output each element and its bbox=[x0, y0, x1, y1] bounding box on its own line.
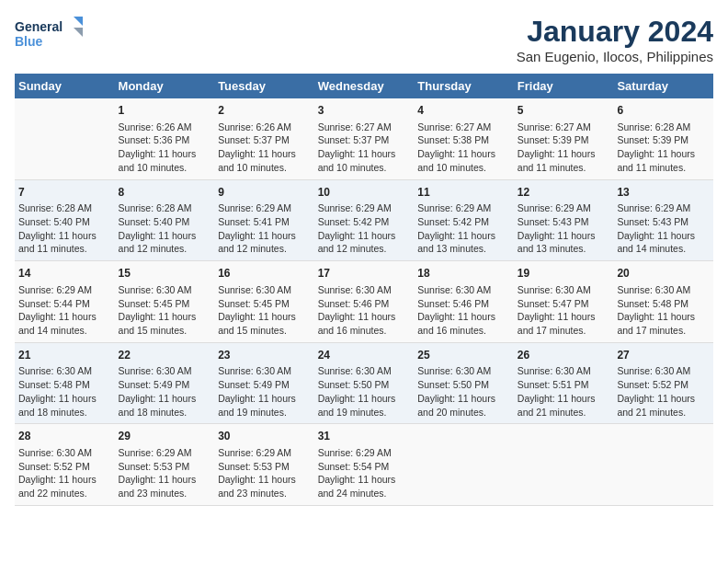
sunrise-info: Sunrise: 6:30 AMSunset: 5:52 PMDaylight:… bbox=[617, 365, 695, 417]
calendar-cell: 6Sunrise: 6:28 AMSunset: 5:39 PMDaylight… bbox=[613, 98, 713, 179]
calendar-cell: 25Sunrise: 6:30 AMSunset: 5:50 PMDayligh… bbox=[414, 342, 514, 424]
sunrise-info: Sunrise: 6:30 AMSunset: 5:52 PMDaylight:… bbox=[18, 447, 97, 499]
day-number: 16 bbox=[218, 266, 311, 282]
sunrise-info: Sunrise: 6:30 AMSunset: 5:48 PMDaylight:… bbox=[617, 284, 695, 336]
day-number: 8 bbox=[119, 185, 211, 201]
title-block: January 2024 San Eugenio, Ilocos, Philip… bbox=[517, 15, 713, 64]
calendar-cell: 14Sunrise: 6:29 AMSunset: 5:44 PMDayligh… bbox=[15, 261, 115, 343]
day-number: 30 bbox=[218, 429, 311, 444]
calendar-cell: 3Sunrise: 6:27 AMSunset: 5:37 PMDaylight… bbox=[314, 98, 415, 179]
calendar-cell: 21Sunrise: 6:30 AMSunset: 5:48 PMDayligh… bbox=[15, 342, 115, 424]
svg-marker-3 bbox=[74, 28, 83, 37]
sunrise-info: Sunrise: 6:30 AMSunset: 5:46 PMDaylight:… bbox=[417, 284, 495, 336]
calendar-cell: 26Sunrise: 6:30 AMSunset: 5:51 PMDayligh… bbox=[514, 342, 614, 424]
day-number: 18 bbox=[417, 266, 510, 282]
sunrise-info: Sunrise: 6:29 AMSunset: 5:53 PMDaylight:… bbox=[119, 447, 197, 499]
day-number: 1 bbox=[119, 103, 211, 119]
sunrise-info: Sunrise: 6:30 AMSunset: 5:50 PMDaylight:… bbox=[318, 365, 396, 417]
sunrise-info: Sunrise: 6:29 AMSunset: 5:42 PMDaylight:… bbox=[417, 202, 495, 254]
calendar-cell bbox=[414, 424, 514, 506]
calendar-cell: 18Sunrise: 6:30 AMSunset: 5:46 PMDayligh… bbox=[414, 261, 514, 343]
day-number: 23 bbox=[218, 348, 311, 363]
day-number: 7 bbox=[18, 185, 111, 201]
day-number: 13 bbox=[617, 185, 710, 201]
calendar-cell: 2Sunrise: 6:26 AMSunset: 5:37 PMDaylight… bbox=[214, 98, 314, 179]
calendar-cell: 11Sunrise: 6:29 AMSunset: 5:42 PMDayligh… bbox=[414, 179, 514, 261]
calendar-cell: 9Sunrise: 6:29 AMSunset: 5:41 PMDaylight… bbox=[214, 179, 314, 261]
calendar-cell: 28Sunrise: 6:30 AMSunset: 5:52 PMDayligh… bbox=[15, 424, 115, 506]
day-number: 11 bbox=[417, 185, 510, 201]
calendar-cell: 16Sunrise: 6:30 AMSunset: 5:45 PMDayligh… bbox=[214, 261, 314, 343]
calendar-cell: 12Sunrise: 6:29 AMSunset: 5:43 PMDayligh… bbox=[514, 179, 614, 261]
weekday-header: Monday bbox=[115, 74, 215, 98]
calendar-cell: 5Sunrise: 6:27 AMSunset: 5:39 PMDaylight… bbox=[514, 98, 614, 179]
sunrise-info: Sunrise: 6:29 AMSunset: 5:42 PMDaylight:… bbox=[318, 202, 396, 254]
weekday-header: Tuesday bbox=[214, 74, 314, 98]
calendar-cell bbox=[514, 424, 614, 506]
day-number: 12 bbox=[518, 185, 610, 201]
weekday-header: Friday bbox=[514, 74, 614, 98]
calendar-week-row: 28Sunrise: 6:30 AMSunset: 5:52 PMDayligh… bbox=[15, 424, 713, 506]
logo-svg: General Blue bbox=[15, 15, 88, 52]
calendar-week-row: 1Sunrise: 6:26 AMSunset: 5:36 PMDaylight… bbox=[15, 98, 713, 179]
sunrise-info: Sunrise: 6:30 AMSunset: 5:45 PMDaylight:… bbox=[119, 284, 197, 336]
day-number: 14 bbox=[18, 266, 111, 282]
calendar-cell: 7Sunrise: 6:28 AMSunset: 5:40 PMDaylight… bbox=[15, 179, 115, 261]
calendar-subtitle: San Eugenio, Ilocos, Philippines bbox=[517, 49, 713, 64]
calendar-cell: 10Sunrise: 6:29 AMSunset: 5:42 PMDayligh… bbox=[314, 179, 415, 261]
svg-marker-2 bbox=[74, 17, 83, 26]
sunrise-info: Sunrise: 6:30 AMSunset: 5:47 PMDaylight:… bbox=[518, 284, 596, 336]
sunrise-info: Sunrise: 6:29 AMSunset: 5:54 PMDaylight:… bbox=[318, 447, 396, 499]
sunrise-info: Sunrise: 6:29 AMSunset: 5:41 PMDaylight:… bbox=[218, 202, 296, 254]
sunrise-info: Sunrise: 6:29 AMSunset: 5:43 PMDaylight:… bbox=[518, 202, 596, 254]
calendar-title: January 2024 bbox=[517, 15, 713, 49]
calendar-cell: 23Sunrise: 6:30 AMSunset: 5:49 PMDayligh… bbox=[214, 342, 314, 424]
sunrise-info: Sunrise: 6:28 AMSunset: 5:40 PMDaylight:… bbox=[18, 202, 97, 254]
calendar-cell: 27Sunrise: 6:30 AMSunset: 5:52 PMDayligh… bbox=[613, 342, 713, 424]
calendar-cell: 24Sunrise: 6:30 AMSunset: 5:50 PMDayligh… bbox=[314, 342, 415, 424]
weekday-header: Saturday bbox=[613, 74, 713, 98]
sunrise-info: Sunrise: 6:27 AMSunset: 5:39 PMDaylight:… bbox=[518, 121, 596, 173]
sunrise-info: Sunrise: 6:30 AMSunset: 5:49 PMDaylight:… bbox=[218, 365, 296, 417]
calendar-cell: 13Sunrise: 6:29 AMSunset: 5:43 PMDayligh… bbox=[613, 179, 713, 261]
day-number: 29 bbox=[119, 429, 211, 444]
sunrise-info: Sunrise: 6:29 AMSunset: 5:44 PMDaylight:… bbox=[18, 284, 97, 336]
sunrise-info: Sunrise: 6:26 AMSunset: 5:37 PMDaylight:… bbox=[218, 121, 296, 173]
sunrise-info: Sunrise: 6:30 AMSunset: 5:45 PMDaylight:… bbox=[218, 284, 296, 336]
svg-text:General: General bbox=[15, 19, 63, 34]
calendar-cell: 17Sunrise: 6:30 AMSunset: 5:46 PMDayligh… bbox=[314, 261, 415, 343]
calendar-cell: 29Sunrise: 6:29 AMSunset: 5:53 PMDayligh… bbox=[115, 424, 215, 506]
day-number: 6 bbox=[617, 103, 710, 119]
day-number: 31 bbox=[318, 429, 411, 444]
day-number: 5 bbox=[518, 103, 610, 119]
day-number: 4 bbox=[417, 103, 510, 119]
day-number: 28 bbox=[18, 429, 111, 444]
day-number: 25 bbox=[417, 348, 510, 363]
day-number: 24 bbox=[318, 348, 411, 363]
calendar-cell: 31Sunrise: 6:29 AMSunset: 5:54 PMDayligh… bbox=[314, 424, 415, 506]
sunrise-info: Sunrise: 6:30 AMSunset: 5:51 PMDaylight:… bbox=[518, 365, 596, 417]
sunrise-info: Sunrise: 6:30 AMSunset: 5:49 PMDaylight:… bbox=[119, 365, 197, 417]
sunrise-info: Sunrise: 6:29 AMSunset: 5:53 PMDaylight:… bbox=[218, 447, 296, 499]
day-number: 21 bbox=[18, 348, 111, 363]
day-number: 3 bbox=[318, 103, 411, 119]
weekday-header: Thursday bbox=[414, 74, 514, 98]
calendar-week-row: 21Sunrise: 6:30 AMSunset: 5:48 PMDayligh… bbox=[15, 342, 713, 424]
calendar-week-row: 14Sunrise: 6:29 AMSunset: 5:44 PMDayligh… bbox=[15, 261, 713, 343]
calendar-cell: 8Sunrise: 6:28 AMSunset: 5:40 PMDaylight… bbox=[115, 179, 215, 261]
day-number: 10 bbox=[318, 185, 411, 201]
day-number: 20 bbox=[617, 266, 710, 282]
logo: General Blue bbox=[15, 15, 88, 52]
day-number: 19 bbox=[518, 266, 610, 282]
day-number: 27 bbox=[617, 348, 710, 363]
calendar-table: SundayMondayTuesdayWednesdayThursdayFrid… bbox=[15, 74, 713, 506]
calendar-cell: 22Sunrise: 6:30 AMSunset: 5:49 PMDayligh… bbox=[115, 342, 215, 424]
sunrise-info: Sunrise: 6:27 AMSunset: 5:38 PMDaylight:… bbox=[417, 121, 495, 173]
sunrise-info: Sunrise: 6:28 AMSunset: 5:40 PMDaylight:… bbox=[119, 202, 197, 254]
weekday-header-row: SundayMondayTuesdayWednesdayThursdayFrid… bbox=[15, 74, 713, 98]
calendar-cell bbox=[15, 98, 115, 179]
calendar-cell: 30Sunrise: 6:29 AMSunset: 5:53 PMDayligh… bbox=[214, 424, 314, 506]
sunrise-info: Sunrise: 6:30 AMSunset: 5:50 PMDaylight:… bbox=[417, 365, 495, 417]
sunrise-info: Sunrise: 6:30 AMSunset: 5:46 PMDaylight:… bbox=[318, 284, 396, 336]
calendar-cell bbox=[613, 424, 713, 506]
